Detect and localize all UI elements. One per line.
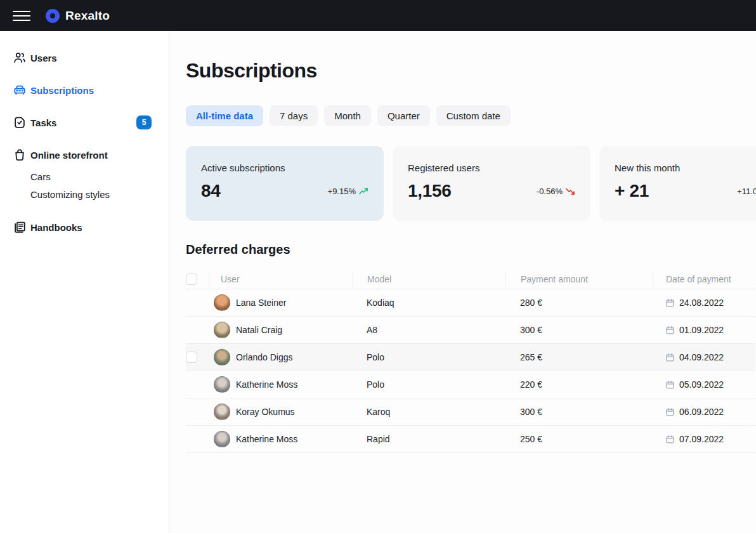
column-header-model[interactable]: Model [353, 271, 505, 287]
sidebar-item-label: Tasks [30, 117, 56, 128]
section-title: Deferred charges [186, 242, 756, 257]
filter-month[interactable]: Month [324, 105, 371, 126]
model-cell: A8 [353, 325, 505, 335]
avatar [214, 431, 230, 447]
sidebar-subitem-customizing-styles[interactable]: Customizing styles [13, 186, 169, 204]
avatar [214, 349, 230, 365]
user-name: Natali Craig [236, 325, 282, 335]
sidebar-item-subscriptions[interactable]: Subscriptions [13, 81, 169, 99]
calendar-icon [665, 380, 675, 390]
sidebar-item-label: Users [30, 53, 57, 63]
row-checkbox[interactable] [186, 352, 197, 363]
table-row[interactable]: Lana Steiner Kodiaq 280 € 24.08.2022 [186, 289, 755, 317]
sidebar-item-handbooks[interactable]: Handbooks [13, 218, 169, 236]
sidebar-subitem-cars[interactable]: Cars [13, 168, 169, 186]
sidebar-item-online-storefront[interactable]: Online storefront [13, 146, 169, 164]
storefront-bag-icon [13, 148, 27, 162]
stat-label: Active subscriptions [201, 162, 368, 173]
user-name: Orlando Diggs [236, 352, 293, 362]
trend-up-icon [359, 187, 368, 195]
calendar-icon [665, 353, 675, 362]
brand-name: Rexalto [65, 9, 110, 23]
date-cell: 04.09.2022 [679, 352, 724, 362]
stat-trend: +11.01% [737, 187, 756, 196]
sidebar-item-label: Online storefront [30, 150, 108, 161]
table-header: User Model Payment amount Date of paymen… [186, 269, 755, 289]
table-row[interactable]: Natali Craig A8 300 € 01.09.2022 [186, 317, 755, 344]
table-row[interactable]: Katherine Moss Rapid 250 € 07.09.2022 [186, 426, 755, 453]
stat-label: Registered users [408, 162, 575, 173]
amount-cell: 220 € [505, 379, 653, 390]
amount-cell: 300 € [505, 325, 653, 335]
handbooks-icon [13, 220, 27, 234]
model-cell: Polo [353, 379, 505, 390]
model-cell: Rapid [353, 434, 505, 444]
page-title: Subscriptions [186, 59, 756, 82]
filter-all-time-data[interactable]: All-time data [186, 105, 263, 126]
date-cell: 07.09.2022 [679, 434, 724, 444]
main-content: Subscriptions All-time data 7 days Month… [169, 31, 756, 533]
calendar-icon [665, 435, 675, 444]
user-name: Katherine Moss [236, 379, 297, 390]
amount-cell: 265 € [505, 352, 653, 362]
storefront-submenu: Cars Customizing styles [13, 168, 169, 204]
filter-custom-date[interactable]: Custom date [436, 105, 511, 126]
time-filter-group: All-time data 7 days Month Quarter Custo… [186, 105, 756, 126]
table-row[interactable]: Orlando Diggs Polo 265 € 04.09.2022 [186, 344, 755, 371]
logo-icon [46, 9, 60, 23]
avatar [214, 404, 230, 420]
brand-logo[interactable]: Rexalto [46, 9, 110, 23]
date-cell: 06.09.2022 [679, 407, 724, 417]
users-icon [13, 51, 27, 65]
column-header-user[interactable]: User [209, 271, 353, 287]
trend-down-icon [566, 187, 575, 195]
sidebar-item-tasks[interactable]: Tasks 5 [13, 114, 169, 131]
calendar-icon [665, 326, 675, 335]
user-name: Katherine Moss [236, 434, 297, 444]
avatar [214, 376, 230, 393]
avatar [214, 322, 230, 338]
sidebar: Users Subscriptions [0, 31, 169, 533]
car-icon [13, 83, 27, 97]
hamburger-menu-icon[interactable] [13, 11, 30, 21]
sidebar-item-label: Handbooks [30, 222, 82, 233]
tasks-count-badge: 5 [136, 115, 152, 129]
stat-value: 84 [201, 181, 221, 201]
stat-cards: Active subscriptions 84 +9.15% Registere… [186, 146, 756, 221]
model-cell: Polo [353, 352, 505, 362]
select-all-checkbox[interactable] [186, 273, 197, 285]
sidebar-item-label: Subscriptions [30, 85, 94, 96]
stat-trend: +9.15% [328, 187, 368, 196]
date-cell: 01.09.2022 [679, 325, 724, 335]
date-cell: 05.09.2022 [679, 379, 724, 390]
table-row[interactable]: Koray Okumus Karoq 300 € 06.09.2022 [186, 398, 755, 426]
date-cell: 24.08.2022 [679, 298, 724, 308]
deferred-charges-table: User Model Payment amount Date of paymen… [186, 269, 755, 453]
stat-card-active-subscriptions[interactable]: Active subscriptions 84 +9.15% [186, 146, 384, 221]
table-row[interactable]: Katherine Moss Polo 220 € 05.09.2022 [186, 371, 755, 398]
tasks-icon [13, 115, 27, 129]
user-name: Koray Okumus [236, 407, 295, 417]
filter-7-days[interactable]: 7 days [270, 105, 318, 126]
stat-card-new-this-month[interactable]: New this month + 21 +11.01% [599, 146, 756, 221]
calendar-icon [665, 298, 675, 308]
stat-value: + 21 [615, 181, 649, 201]
stat-trend: -0.56% [537, 187, 575, 196]
stat-value: 1,156 [408, 181, 452, 201]
amount-cell: 300 € [505, 407, 653, 417]
amount-cell: 250 € [505, 434, 653, 444]
calendar-icon [665, 407, 675, 417]
user-name: Lana Steiner [236, 298, 286, 308]
column-header-date-of-payment[interactable]: Date of payment [653, 271, 756, 287]
sidebar-item-users[interactable]: Users [13, 49, 169, 67]
stat-label: New this month [615, 162, 756, 173]
amount-cell: 280 € [505, 298, 653, 308]
topbar: Rexalto [0, 0, 756, 31]
stat-card-registered-users[interactable]: Registered users 1,156 -0.56% [393, 146, 590, 221]
column-header-payment-amount[interactable]: Payment amount [505, 271, 653, 287]
model-cell: Karoq [353, 407, 505, 417]
avatar [214, 294, 230, 311]
filter-quarter[interactable]: Quarter [377, 105, 430, 126]
model-cell: Kodiaq [353, 298, 505, 308]
